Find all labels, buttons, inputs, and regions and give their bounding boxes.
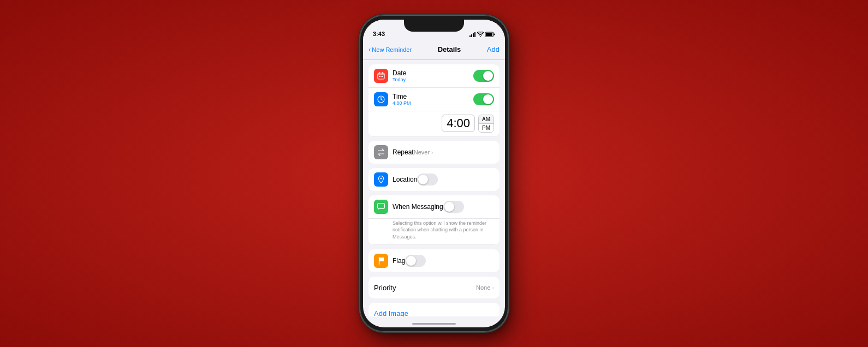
svg-rect-7	[379, 76, 380, 77]
flag-label: Flag	[393, 257, 405, 265]
time-label: Time	[393, 93, 473, 100]
battery-icon	[485, 32, 495, 37]
location-label: Location	[393, 176, 417, 183]
flag-row[interactable]: Flag	[368, 249, 500, 272]
phone-screen: 3:43	[363, 20, 505, 327]
repeat-value: Never	[414, 149, 430, 155]
signal-icon	[469, 32, 475, 37]
svg-line-12	[381, 99, 383, 100]
messaging-row[interactable]: When Messaging	[368, 195, 500, 219]
repeat-right: Never ›	[414, 149, 433, 155]
time-toggle-knob	[483, 94, 493, 104]
messaging-toggle[interactable]	[443, 201, 464, 213]
date-label: Date	[393, 69, 473, 77]
pm-button[interactable]: PM	[479, 124, 494, 132]
messaging-description: Selecting this option will show the remi…	[368, 219, 500, 246]
location-row[interactable]: Location	[368, 168, 500, 191]
flag-icon	[374, 254, 388, 268]
date-label-group: Date Today	[393, 69, 473, 82]
date-toggle[interactable]	[473, 70, 494, 82]
add-image-card: Add Image	[368, 303, 500, 316]
flag-toggle[interactable]	[405, 255, 426, 267]
messaging-toggle-knob	[444, 202, 454, 212]
date-time-card: Date Today	[368, 64, 500, 136]
priority-right: None ›	[476, 284, 494, 291]
time-toggle[interactable]	[473, 93, 494, 105]
priority-row[interactable]: Priority None ›	[368, 277, 500, 298]
date-toggle-knob	[483, 71, 493, 81]
date-sublabel: Today	[393, 77, 473, 82]
nav-bar: ‹ New Reminder Details Add	[363, 39, 505, 60]
back-chevron-icon: ‹	[368, 45, 371, 53]
location-toggle[interactable]	[417, 174, 438, 186]
repeat-icon	[374, 145, 388, 159]
svg-rect-8	[381, 76, 382, 77]
flag-toggle-knob	[406, 256, 416, 266]
priority-card: Priority None ›	[368, 277, 500, 298]
date-row[interactable]: Date Today	[368, 64, 500, 88]
clock-icon	[374, 92, 388, 106]
repeat-label: Repeat	[393, 148, 414, 156]
repeat-row[interactable]: Repeat Never ›	[368, 141, 500, 164]
time-label-group: Time 4:00 PM	[393, 93, 473, 106]
add-image-button[interactable]: Add Image	[374, 309, 408, 316]
messaging-card: When Messaging Selecting this option wil…	[368, 195, 500, 246]
svg-rect-2	[494, 34, 495, 35]
svg-rect-9	[382, 76, 383, 77]
scroll-content[interactable]: Date Today	[363, 60, 505, 316]
priority-chevron-icon: ›	[492, 284, 494, 291]
flag-card: Flag	[368, 249, 500, 272]
priority-label: Priority	[374, 284, 476, 292]
status-time: 3:43	[373, 31, 385, 37]
time-sublabel: 4:00 PM	[393, 100, 473, 106]
time-picker-row: 4:00 AM PM	[368, 111, 500, 136]
am-pm-group[interactable]: AM PM	[478, 115, 494, 133]
repeat-card: Repeat Never ›	[368, 141, 500, 164]
wifi-icon	[477, 32, 484, 37]
nav-title: Details	[438, 45, 461, 53]
svg-rect-14	[378, 203, 385, 208]
messaging-label: When Messaging	[393, 203, 443, 211]
time-display[interactable]: 4:00	[442, 115, 475, 132]
repeat-chevron-icon: ›	[431, 149, 433, 155]
time-row[interactable]: Time 4:00 PM	[368, 88, 500, 111]
messaging-icon	[374, 200, 388, 214]
status-icons	[469, 32, 495, 37]
svg-point-13	[381, 177, 382, 179]
back-button[interactable]: ‹ New Reminder	[368, 45, 412, 53]
back-label: New Reminder	[372, 46, 412, 53]
home-indicator	[412, 323, 456, 325]
notch	[404, 20, 464, 32]
calendar-icon	[374, 69, 388, 83]
location-card: Location	[368, 168, 500, 191]
add-button[interactable]: Add	[487, 45, 500, 53]
phone-outer: 3:43	[360, 15, 508, 332]
am-button[interactable]: AM	[479, 115, 494, 123]
location-toggle-knob	[418, 175, 428, 184]
location-icon	[374, 172, 388, 187]
svg-rect-1	[486, 33, 492, 36]
priority-value: None	[476, 284, 490, 291]
